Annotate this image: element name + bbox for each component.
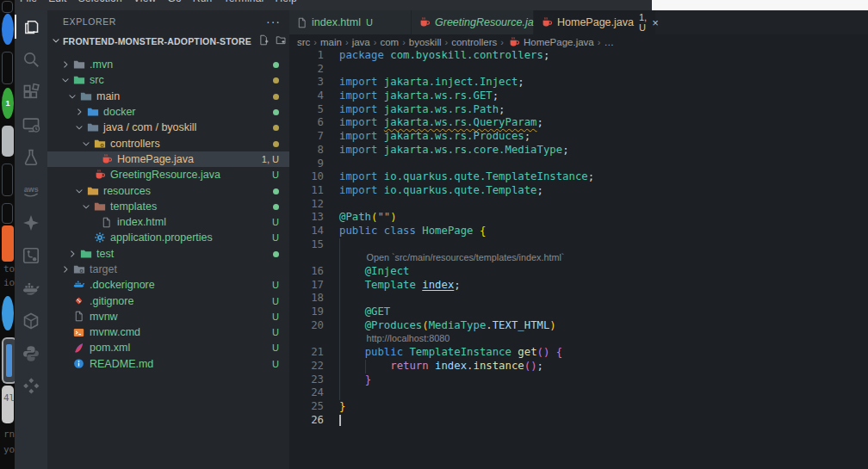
- code-line-21[interactable]: 21 public TemplateInstance get() {: [289, 346, 868, 360]
- tree-item-readme-md[interactable]: README.mdU: [47, 356, 289, 372]
- tree-item-target[interactable]: target: [47, 262, 289, 277]
- breadcrumb-item[interactable]: java: [352, 37, 370, 47]
- tree-item-docker[interactable]: docker: [47, 104, 289, 120]
- code-line-16[interactable]: 16 @Inject: [289, 265, 868, 279]
- menu-view[interactable]: View: [133, 0, 157, 4]
- testing-flask-icon[interactable]: [15, 141, 47, 174]
- breadcrumb[interactable]: src›main›java›com›byoskill›controllers›H…: [289, 34, 868, 49]
- dock-app-icon[interactable]: [2, 386, 14, 423]
- code-line-1[interactable]: 1package com.byoskill.controllers;: [289, 49, 868, 63]
- tab-greetingresource-java[interactable]: GreetingResource.javaU: [412, 10, 533, 34]
- code-line-25[interactable]: 25}: [289, 400, 868, 414]
- new-file-icon[interactable]: [258, 34, 270, 49]
- code-line-20[interactable]: 20 @Produces(MediaType.TEXT_HTML): [289, 319, 868, 333]
- project-section-header[interactable]: FRONTEND-MONSTER-ADOPTION-STORE: [47, 33, 289, 50]
- tree-item-pom-xml[interactable]: pom.xmlU: [47, 340, 289, 355]
- code-line-9[interactable]: 9: [289, 157, 868, 171]
- code-line-24[interactable]: 24: [289, 386, 868, 400]
- menu-terminal[interactable]: Terminal: [223, 0, 264, 4]
- dock-app-icon[interactable]: [2, 337, 15, 384]
- code-line-2[interactable]: 2: [289, 63, 868, 77]
- dock-app-icon[interactable]: [2, 164, 13, 196]
- explorer-sidebar: EXPLORER ··· FRONTEND-MONSTER-ADOPTION-S…: [47, 10, 290, 469]
- diamonds-icon[interactable]: [15, 370, 47, 403]
- menu-edit[interactable]: Edit: [48, 0, 66, 4]
- tree-item-homepage-java[interactable]: HomePage.java1, U: [47, 151, 289, 167]
- menu-items[interactable]: FileEditSelectionViewGoRunTerminalHelp: [20, 0, 652, 4]
- code-line-8[interactable]: 8import jakarta.ws.rs.core.MediaType;: [289, 144, 868, 157]
- breadcrumb-file[interactable]: HomePage.java: [524, 37, 594, 47]
- extensions-icon[interactable]: [15, 76, 47, 108]
- code-lens[interactable]: http://localhost:8080: [289, 332, 868, 346]
- code-line-26[interactable]: 26: [289, 414, 868, 428]
- code-line-14[interactable]: 14public class HomePage {: [289, 225, 868, 238]
- tree-item-index-html[interactable]: index.htmlU: [47, 214, 289, 230]
- dock-app-icon[interactable]: [2, 203, 13, 224]
- code-line-18[interactable]: 18: [289, 292, 868, 305]
- remote-explorer-icon[interactable]: [15, 108, 47, 141]
- breadcrumb-symbol[interactable]: …: [604, 37, 614, 47]
- code-line-15[interactable]: 15: [289, 238, 868, 252]
- workflow-branch-icon[interactable]: [15, 239, 47, 272]
- new-folder-icon[interactable]: [276, 34, 287, 49]
- tree-item-resources[interactable]: resources: [47, 182, 289, 198]
- breadcrumb-item[interactable]: byoskill: [409, 37, 442, 47]
- dock-app-icon[interactable]: [2, 225, 14, 262]
- tree-item-greetingresource-java[interactable]: GreetingResource.javaU: [47, 167, 289, 182]
- explorer-icon[interactable]: [15, 10, 47, 43]
- tree-item-mvnw-cmd[interactable]: mvnw.cmdU: [47, 324, 289, 340]
- code-line-22[interactable]: 22 return index.instance();: [289, 360, 868, 373]
- code-lens[interactable]: Open `src/main/resources/templates/index…: [289, 251, 868, 265]
- more-actions-icon[interactable]: ···: [266, 15, 281, 28]
- dock-app-icon[interactable]: [2, 52, 13, 84]
- tree-item-controllers[interactable]: controllers: [47, 135, 289, 151]
- menu-run[interactable]: Run: [193, 0, 213, 4]
- tree-item-src[interactable]: src: [47, 72, 289, 88]
- code-editor[interactable]: 1package com.byoskill.controllers;23impo…: [289, 49, 868, 469]
- tree-item--mvn[interactable]: .mvn: [47, 57, 289, 72]
- tree-item-templates[interactable]: templates: [47, 199, 289, 214]
- python-icon[interactable]: [15, 337, 47, 370]
- menu-selection[interactable]: Selection: [78, 0, 122, 4]
- menu-bar[interactable]: FileEditSelectionViewGoRunTerminalHelp: [15, 0, 652, 10]
- dock-app-icon[interactable]: [2, 1, 13, 13]
- search-icon[interactable]: [15, 43, 47, 76]
- code-line-6[interactable]: 6import jakarta.ws.rs.QueryParam;: [289, 116, 868, 130]
- tree-item-application-properties[interactable]: application.propertiesU: [47, 230, 289, 245]
- tree-item-test[interactable]: test: [47, 246, 289, 262]
- code-line-4[interactable]: 4import jakarta.ws.rs.GET;: [289, 89, 868, 103]
- close-icon[interactable]: ×: [652, 17, 659, 28]
- breadcrumb-item[interactable]: com: [380, 37, 399, 47]
- code-line-17[interactable]: 17 Template index;: [289, 279, 868, 293]
- menu-go[interactable]: Go: [167, 0, 181, 4]
- code-line-5[interactable]: 5import jakarta.ws.rs.Path;: [289, 103, 868, 117]
- code-line-19[interactable]: 19 @GET: [289, 305, 868, 319]
- dock-app-icon[interactable]: 1: [2, 88, 14, 119]
- menu-help[interactable]: Help: [275, 0, 296, 4]
- tree-item-mvnw[interactable]: mvnwU: [47, 309, 289, 324]
- code-line-12[interactable]: 12: [289, 198, 868, 212]
- code-line-23[interactable]: 23 }: [289, 373, 868, 387]
- code-line-7[interactable]: 7import jakarta.ws.rs.Produces;: [289, 130, 868, 144]
- tree-item--gitignore[interactable]: .gitignoreU: [47, 293, 289, 308]
- dock-app-icon[interactable]: [2, 14, 14, 45]
- tab-index-html[interactable]: index.htmlU: [289, 10, 411, 34]
- breadcrumb-item[interactable]: controllers: [451, 37, 497, 47]
- cube-icon[interactable]: [15, 305, 47, 337]
- tree-item--dockerignore[interactable]: .dockerignoreU: [47, 277, 289, 293]
- aws-toolkit-icon[interactable]: aws: [15, 174, 47, 207]
- dock-app-icon[interactable]: [2, 126, 14, 157]
- tree-item-java-com-byoskill[interactable]: java / com / byoskill: [47, 120, 289, 135]
- code-line-13[interactable]: 13@Path(""): [289, 211, 868, 225]
- code-line-3[interactable]: 3import jakarta.inject.Inject;: [289, 76, 868, 89]
- code-line-10[interactable]: 10import io.quarkus.qute.TemplateInstanc…: [289, 170, 868, 184]
- docker-whale-icon[interactable]: [15, 272, 47, 305]
- breadcrumb-item[interactable]: src: [297, 37, 310, 47]
- dock-app-icon[interactable]: [2, 296, 14, 330]
- menu-file[interactable]: File: [20, 0, 37, 4]
- tree-item-main[interactable]: main: [47, 89, 289, 104]
- tab-homepage-java[interactable]: HomePage.java1, U×: [534, 10, 655, 34]
- code-line-11[interactable]: 11import io.quarkus.qute.Template;: [289, 184, 868, 198]
- ai-sparkle-icon[interactable]: [15, 207, 47, 239]
- breadcrumb-item[interactable]: main: [320, 37, 342, 47]
